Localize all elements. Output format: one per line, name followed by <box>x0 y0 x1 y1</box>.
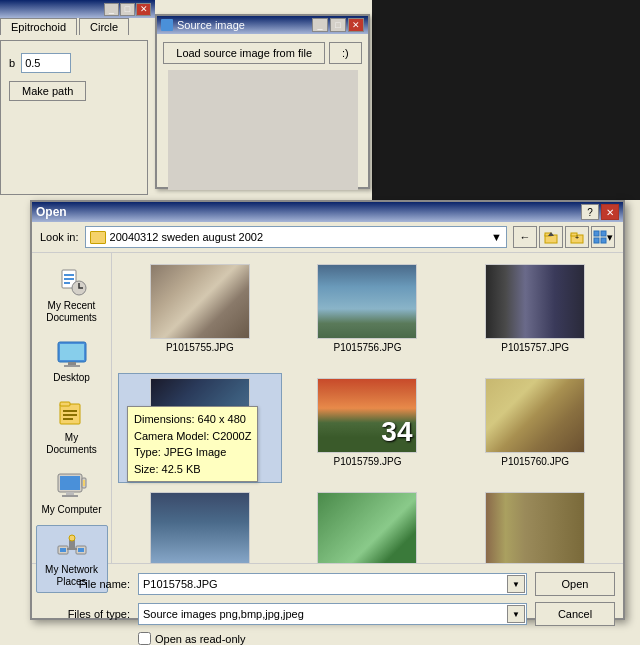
back-btn[interactable]: ← <box>513 226 537 248</box>
svg-rect-9 <box>601 238 606 243</box>
source-minimize-btn[interactable]: _ <box>312 18 328 32</box>
svg-rect-12 <box>64 278 74 280</box>
make-path-button[interactable]: Make path <box>9 81 86 101</box>
sidebar-computer-label: My Computer <box>41 504 101 516</box>
files-type-select-wrap: ▼ <box>138 603 527 625</box>
files-type-dropdown-btn[interactable]: ▼ <box>507 605 525 623</box>
file-item-1760[interactable]: P1015760.JPG <box>453 373 617 483</box>
file-name-input[interactable] <box>138 573 527 595</box>
thumb-1755 <box>150 264 250 339</box>
thumb-1759: 34 <box>317 378 417 453</box>
look-in-dropdown[interactable]: 20040312 sweden august 2002 ▼ <box>85 226 507 248</box>
source-titlebar: Source image _ □ ✕ <box>157 16 368 34</box>
app-titlebar: _ □ ✕ <box>0 0 155 18</box>
b-input-row: b <box>9 53 139 73</box>
documents-icon <box>56 398 88 430</box>
file-name-1756: P1015756.JPG <box>334 342 402 353</box>
file-item-1756[interactable]: P1015756.JPG <box>286 259 450 369</box>
source-window-title: Source image <box>177 19 245 31</box>
tooltip-size: Size: 42.5 KB <box>134 461 251 478</box>
files-type-input <box>138 603 527 625</box>
tab-circle[interactable]: Circle <box>79 18 129 35</box>
sidebar-documents-label: My Documents <box>39 432 105 456</box>
tab-epitrochoid[interactable]: Epitrochoid <box>0 18 77 35</box>
view-menu-btn[interactable]: ▾ <box>591 226 615 248</box>
svg-rect-23 <box>63 418 73 420</box>
app-titlebar-controls: _ □ ✕ <box>104 3 151 16</box>
read-only-label: Open as read-only <box>155 633 246 645</box>
file-grid: P1015755.JPG P1015756.JPG P1015757.JPG D… <box>112 253 623 563</box>
b-label: b <box>9 57 15 69</box>
computer-icon <box>56 470 88 502</box>
tooltip-camera: Camera Model: C2000Z <box>134 428 251 445</box>
svg-rect-21 <box>63 410 77 412</box>
svg-rect-13 <box>64 282 70 284</box>
sidebar-item-desktop[interactable]: Desktop <box>36 333 108 389</box>
sidebar-recent-label: My Recent Documents <box>39 300 105 324</box>
sidebar-item-documents[interactable]: My Documents <box>36 393 108 461</box>
file-name-1757: P1015757.JPG <box>501 342 569 353</box>
cancel-button[interactable]: Cancel <box>535 602 615 626</box>
dialog-help-btn[interactable]: ? <box>581 204 599 220</box>
close-btn[interactable]: ✕ <box>136 3 151 16</box>
svg-rect-18 <box>64 365 80 367</box>
source-body: Load source image from file :) <box>157 34 368 198</box>
file-item-1758[interactable]: Dimensions: 640 x 480 Camera Model: C200… <box>118 373 282 483</box>
source-close-btn[interactable]: ✕ <box>348 18 364 32</box>
dialog-sidebar: My Recent Documents Desktop <box>32 253 112 563</box>
thumb-number: 34 <box>381 416 412 448</box>
svg-rect-27 <box>62 495 78 497</box>
file-item-1757[interactable]: P1015757.JPG <box>453 259 617 369</box>
tooltip-type: Type: JPEG Image <box>134 444 251 461</box>
svg-rect-25 <box>60 476 80 490</box>
file-item-1761[interactable]: P1015761.JPG <box>118 487 282 563</box>
svg-text:+: + <box>575 234 579 241</box>
load-source-button[interactable]: Load source image from file <box>163 42 325 64</box>
svg-rect-33 <box>78 548 84 552</box>
svg-rect-34 <box>67 548 77 550</box>
files-type-row: Files of type: ▼ Cancel <box>40 602 615 626</box>
read-only-row: Open as read-only <box>40 632 615 645</box>
svg-rect-6 <box>594 231 599 236</box>
file-name-dropdown-btn[interactable]: ▼ <box>507 575 525 593</box>
sidebar-item-recent[interactable]: My Recent Documents <box>36 261 108 329</box>
dialog-titlebar-controls: ? ✕ <box>581 204 619 220</box>
b-input[interactable] <box>21 53 71 73</box>
background-black <box>372 0 640 200</box>
svg-rect-29 <box>83 480 85 486</box>
dialog-title: Open <box>36 205 67 219</box>
source-preview <box>168 70 358 190</box>
read-only-checkbox[interactable] <box>138 632 151 645</box>
thumb-1760 <box>485 378 585 453</box>
open-dialog: Open ? ✕ Look in: 20040312 sweden august… <box>30 200 625 620</box>
sidebar-item-computer[interactable]: My Computer <box>36 465 108 521</box>
network-icon <box>56 530 88 562</box>
thumb-1763 <box>485 492 585 563</box>
view-icon <box>593 230 607 244</box>
svg-rect-31 <box>60 548 66 552</box>
svg-point-36 <box>69 535 75 541</box>
new-folder-btn[interactable]: + <box>565 226 589 248</box>
source-maximize-btn[interactable]: □ <box>330 18 346 32</box>
file-item-1763[interactable]: P1015763.JPG <box>453 487 617 563</box>
maximize-btn[interactable]: □ <box>120 3 135 16</box>
file-name-label: File name: <box>40 578 130 590</box>
smiley-button[interactable]: :) <box>329 42 362 64</box>
dialog-close-btn[interactable]: ✕ <box>601 204 619 220</box>
open-button[interactable]: Open <box>535 572 615 596</box>
file-item-1755[interactable]: P1015755.JPG <box>118 259 282 369</box>
thumb-1761 <box>150 492 250 563</box>
svg-rect-8 <box>594 238 599 243</box>
new-folder-icon: + <box>570 230 584 244</box>
up-folder-icon <box>544 230 558 244</box>
file-name-row: File name: ▼ Open <box>40 572 615 596</box>
svg-rect-22 <box>63 414 77 416</box>
up-folder-btn[interactable] <box>539 226 563 248</box>
file-name-input-wrap: ▼ <box>138 573 527 595</box>
file-item-1759[interactable]: 34 P1015759.JPG <box>286 373 450 483</box>
thumb-1756 <box>317 264 417 339</box>
svg-rect-11 <box>64 274 74 276</box>
source-window: Source image _ □ ✕ Load source image fro… <box>155 14 370 189</box>
file-item-1762[interactable]: P1015762.JPG <box>286 487 450 563</box>
minimize-btn[interactable]: _ <box>104 3 119 16</box>
